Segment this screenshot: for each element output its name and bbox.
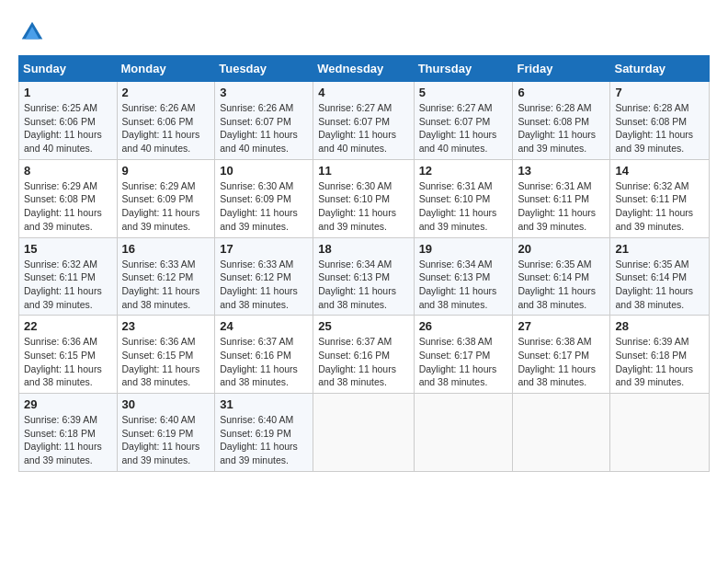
sunrise-label: Sunrise: 6:29 AM <box>122 180 196 191</box>
sunset-label: Sunset: 6:07 PM <box>419 116 491 127</box>
calendar-week-5: 29 Sunrise: 6:39 AM Sunset: 6:18 PM Dayl… <box>19 394 710 472</box>
daylight-label: Daylight: 11 hours and 38 minutes. <box>220 363 298 388</box>
daylight-label: Daylight: 11 hours and 39 minutes. <box>220 441 298 465</box>
day-info: Sunrise: 6:40 AM Sunset: 6:19 PM Dayligh… <box>122 413 210 467</box>
calendar-cell: 9 Sunrise: 6:29 AM Sunset: 6:09 PM Dayli… <box>117 159 215 237</box>
daylight-label: Daylight: 11 hours and 39 minutes. <box>122 441 200 465</box>
day-info: Sunrise: 6:35 AM Sunset: 6:14 PM Dayligh… <box>615 258 704 312</box>
day-number: 18 <box>318 242 408 256</box>
sunrise-label: Sunrise: 6:37 AM <box>318 336 392 347</box>
calendar-cell: 20 Sunrise: 6:35 AM Sunset: 6:14 PM Dayl… <box>513 237 610 316</box>
calendar-cell: 7 Sunrise: 6:28 AM Sunset: 6:08 PM Dayli… <box>610 82 710 160</box>
day-number: 4 <box>318 86 408 99</box>
calendar-cell: 17 Sunrise: 6:33 AM Sunset: 6:12 PM Dayl… <box>215 237 313 316</box>
sunrise-label: Sunrise: 6:31 AM <box>419 180 493 191</box>
daylight-label: Daylight: 11 hours and 39 minutes. <box>122 207 200 232</box>
day-info: Sunrise: 6:35 AM Sunset: 6:14 PM Dayligh… <box>518 258 605 312</box>
day-number: 21 <box>615 242 704 256</box>
calendar-cell: 27 Sunrise: 6:38 AM Sunset: 6:17 PM Dayl… <box>513 316 610 394</box>
day-number: 6 <box>518 86 605 99</box>
day-info: Sunrise: 6:36 AM Sunset: 6:15 PM Dayligh… <box>122 335 210 389</box>
day-info: Sunrise: 6:33 AM Sunset: 6:12 PM Dayligh… <box>122 258 210 312</box>
sunset-label: Sunset: 6:09 PM <box>220 193 291 204</box>
day-number: 3 <box>220 86 308 99</box>
daylight-label: Daylight: 11 hours and 40 minutes. <box>419 129 497 154</box>
sunrise-label: Sunrise: 6:31 AM <box>518 180 591 191</box>
day-number: 22 <box>24 319 112 333</box>
sunrise-label: Sunrise: 6:34 AM <box>318 259 392 270</box>
day-info: Sunrise: 6:32 AM Sunset: 6:11 PM Dayligh… <box>24 258 112 312</box>
daylight-label: Daylight: 11 hours and 39 minutes. <box>24 207 102 232</box>
calendar-cell: 31 Sunrise: 6:40 AM Sunset: 6:19 PM Dayl… <box>215 394 313 472</box>
day-number: 19 <box>419 242 508 256</box>
sunset-label: Sunset: 6:10 PM <box>318 193 390 204</box>
sunset-label: Sunset: 6:08 PM <box>615 116 687 127</box>
day-number: 23 <box>122 319 210 333</box>
day-info: Sunrise: 6:28 AM Sunset: 6:08 PM Dayligh… <box>615 101 704 155</box>
day-number: 10 <box>220 164 308 178</box>
day-number: 26 <box>419 319 508 333</box>
day-header-friday: Friday <box>513 56 610 82</box>
day-info: Sunrise: 6:26 AM Sunset: 6:06 PM Dayligh… <box>122 101 210 155</box>
daylight-label: Daylight: 11 hours and 38 minutes. <box>615 285 693 310</box>
sunrise-label: Sunrise: 6:36 AM <box>122 336 196 347</box>
day-number: 2 <box>122 86 210 99</box>
sunset-label: Sunset: 6:08 PM <box>24 193 96 204</box>
calendar-cell: 3 Sunrise: 6:26 AM Sunset: 6:07 PM Dayli… <box>215 82 313 160</box>
sunrise-label: Sunrise: 6:39 AM <box>615 336 688 347</box>
calendar-cell <box>610 394 710 472</box>
calendar-cell: 10 Sunrise: 6:30 AM Sunset: 6:09 PM Dayl… <box>215 159 313 237</box>
sunrise-label: Sunrise: 6:39 AM <box>24 414 97 425</box>
daylight-label: Daylight: 11 hours and 38 minutes. <box>318 363 396 388</box>
day-info: Sunrise: 6:36 AM Sunset: 6:15 PM Dayligh… <box>24 335 112 389</box>
daylight-label: Daylight: 11 hours and 38 minutes. <box>122 363 200 388</box>
sunset-label: Sunset: 6:07 PM <box>318 116 390 127</box>
calendar-cell: 6 Sunrise: 6:28 AM Sunset: 6:08 PM Dayli… <box>513 82 610 160</box>
calendar-cell: 4 Sunrise: 6:27 AM Sunset: 6:07 PM Dayli… <box>313 82 414 160</box>
sunset-label: Sunset: 6:12 PM <box>122 271 194 282</box>
day-number: 7 <box>615 86 704 99</box>
day-info: Sunrise: 6:38 AM Sunset: 6:17 PM Dayligh… <box>518 335 605 389</box>
daylight-label: Daylight: 11 hours and 38 minutes. <box>419 285 497 310</box>
day-info: Sunrise: 6:31 AM Sunset: 6:11 PM Dayligh… <box>518 179 605 234</box>
day-info: Sunrise: 6:28 AM Sunset: 6:08 PM Dayligh… <box>518 101 605 155</box>
header-row: SundayMondayTuesdayWednesdayThursdayFrid… <box>19 56 710 82</box>
day-number: 1 <box>24 86 112 99</box>
daylight-label: Daylight: 11 hours and 39 minutes. <box>24 441 102 465</box>
daylight-label: Daylight: 11 hours and 39 minutes. <box>318 207 396 232</box>
daylight-label: Daylight: 11 hours and 38 minutes. <box>419 363 497 388</box>
calendar-cell: 28 Sunrise: 6:39 AM Sunset: 6:18 PM Dayl… <box>610 316 710 394</box>
daylight-label: Daylight: 11 hours and 40 minutes. <box>24 129 102 154</box>
daylight-label: Daylight: 11 hours and 38 minutes. <box>24 363 102 388</box>
day-info: Sunrise: 6:29 AM Sunset: 6:09 PM Dayligh… <box>122 179 210 234</box>
calendar-cell: 16 Sunrise: 6:33 AM Sunset: 6:12 PM Dayl… <box>117 237 215 316</box>
sunset-label: Sunset: 6:18 PM <box>615 350 687 361</box>
sunset-label: Sunset: 6:14 PM <box>615 271 687 282</box>
day-header-sunday: Sunday <box>19 56 118 82</box>
sunrise-label: Sunrise: 6:30 AM <box>318 180 392 191</box>
logo <box>18 18 50 46</box>
day-info: Sunrise: 6:39 AM Sunset: 6:18 PM Dayligh… <box>24 413 112 467</box>
calendar-cell: 2 Sunrise: 6:26 AM Sunset: 6:06 PM Dayli… <box>117 82 215 160</box>
calendar-cell: 26 Sunrise: 6:38 AM Sunset: 6:17 PM Dayl… <box>414 316 513 394</box>
day-number: 24 <box>220 319 308 333</box>
day-info: Sunrise: 6:25 AM Sunset: 6:06 PM Dayligh… <box>24 101 112 155</box>
day-header-thursday: Thursday <box>414 56 513 82</box>
day-header-wednesday: Wednesday <box>313 56 414 82</box>
sunset-label: Sunset: 6:11 PM <box>518 193 589 204</box>
daylight-label: Daylight: 11 hours and 39 minutes. <box>518 129 596 154</box>
sunrise-label: Sunrise: 6:27 AM <box>318 102 392 113</box>
day-number: 14 <box>615 164 704 178</box>
calendar-cell: 23 Sunrise: 6:36 AM Sunset: 6:15 PM Dayl… <box>117 316 215 394</box>
day-info: Sunrise: 6:39 AM Sunset: 6:18 PM Dayligh… <box>615 335 704 389</box>
sunrise-label: Sunrise: 6:28 AM <box>615 102 688 113</box>
daylight-label: Daylight: 11 hours and 38 minutes. <box>318 285 396 310</box>
day-info: Sunrise: 6:27 AM Sunset: 6:07 PM Dayligh… <box>318 101 408 155</box>
sunrise-label: Sunrise: 6:28 AM <box>518 102 591 113</box>
calendar-cell: 22 Sunrise: 6:36 AM Sunset: 6:15 PM Dayl… <box>19 316 118 394</box>
sunrise-label: Sunrise: 6:25 AM <box>24 102 97 113</box>
day-number: 25 <box>318 319 408 333</box>
day-number: 17 <box>220 242 308 256</box>
day-info: Sunrise: 6:40 AM Sunset: 6:19 PM Dayligh… <box>220 413 308 467</box>
sunrise-label: Sunrise: 6:36 AM <box>24 336 97 347</box>
